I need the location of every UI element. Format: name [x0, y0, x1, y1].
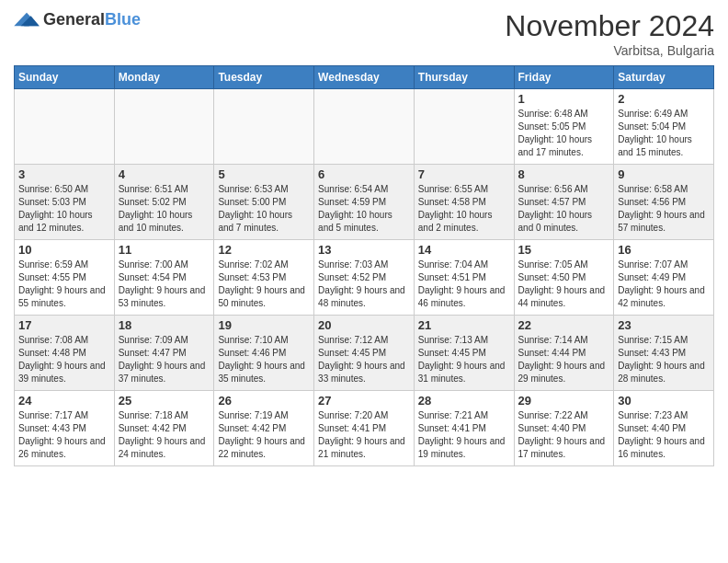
location: Varbitsa, Bulgaria — [505, 43, 714, 58]
day-info: Sunrise: 7:07 AMSunset: 4:49 PMDaylight:… — [618, 259, 710, 310]
day-number: 19 — [218, 318, 310, 332]
logo-icon — [14, 9, 40, 29]
calendar-day-cell: 21Sunrise: 7:13 AMSunset: 4:45 PMDayligh… — [414, 316, 514, 391]
header-thursday: Thursday — [414, 66, 514, 89]
day-number: 28 — [418, 394, 510, 408]
calendar-day-cell — [214, 89, 314, 165]
calendar-day-cell: 22Sunrise: 7:14 AMSunset: 4:44 PMDayligh… — [514, 316, 614, 391]
day-info: Sunrise: 6:49 AMSunset: 5:04 PMDaylight:… — [618, 108, 710, 159]
day-number: 6 — [318, 167, 410, 181]
calendar-day-cell: 28Sunrise: 7:21 AMSunset: 4:41 PMDayligh… — [414, 391, 514, 466]
day-number: 1 — [518, 92, 610, 106]
day-number: 26 — [218, 394, 310, 408]
calendar-day-cell: 13Sunrise: 7:03 AMSunset: 4:52 PMDayligh… — [314, 240, 415, 316]
calendar-day-cell: 16Sunrise: 7:07 AMSunset: 4:49 PMDayligh… — [614, 240, 714, 316]
day-number: 18 — [119, 318, 210, 332]
day-info: Sunrise: 7:08 AMSunset: 4:48 PMDaylight:… — [18, 334, 110, 385]
day-info: Sunrise: 7:00 AMSunset: 4:54 PMDaylight:… — [119, 259, 210, 310]
calendar-day-cell: 29Sunrise: 7:22 AMSunset: 4:40 PMDayligh… — [514, 391, 614, 466]
calendar-day-cell: 19Sunrise: 7:10 AMSunset: 4:46 PMDayligh… — [214, 316, 314, 391]
calendar-day-cell: 18Sunrise: 7:09 AMSunset: 4:47 PMDayligh… — [114, 316, 214, 391]
calendar-day-cell: 15Sunrise: 7:05 AMSunset: 4:50 PMDayligh… — [514, 240, 614, 316]
calendar-day-cell: 20Sunrise: 7:12 AMSunset: 4:45 PMDayligh… — [314, 316, 415, 391]
day-number: 21 — [418, 318, 510, 332]
day-number: 20 — [318, 318, 410, 332]
calendar-week-row: 1Sunrise: 6:48 AMSunset: 5:05 PMDaylight… — [15, 89, 714, 165]
header-tuesday: Tuesday — [214, 66, 314, 89]
day-info: Sunrise: 6:53 AMSunset: 5:00 PMDaylight:… — [218, 183, 310, 235]
day-info: Sunrise: 7:04 AMSunset: 4:51 PMDaylight:… — [418, 259, 510, 310]
calendar-day-cell: 10Sunrise: 6:59 AMSunset: 4:55 PMDayligh… — [15, 240, 115, 316]
calendar-day-cell — [15, 89, 115, 165]
day-info: Sunrise: 7:21 AMSunset: 4:41 PMDaylight:… — [418, 409, 510, 461]
day-info: Sunrise: 6:51 AMSunset: 5:02 PMDaylight:… — [119, 183, 210, 235]
day-number: 4 — [119, 167, 210, 181]
calendar-week-row: 10Sunrise: 6:59 AMSunset: 4:55 PMDayligh… — [15, 240, 714, 316]
day-number: 12 — [218, 243, 310, 257]
day-number: 9 — [618, 167, 710, 181]
calendar-day-cell: 4Sunrise: 6:51 AMSunset: 5:02 PMDaylight… — [114, 165, 214, 240]
day-number: 27 — [318, 394, 410, 408]
day-info: Sunrise: 7:10 AMSunset: 4:46 PMDaylight:… — [218, 334, 310, 385]
day-number: 8 — [518, 167, 610, 181]
calendar-day-cell: 1Sunrise: 6:48 AMSunset: 5:05 PMDaylight… — [514, 89, 614, 165]
day-number: 13 — [318, 243, 410, 257]
header-saturday: Saturday — [614, 66, 714, 89]
day-info: Sunrise: 6:54 AMSunset: 4:59 PMDaylight:… — [318, 183, 410, 235]
calendar-day-cell: 12Sunrise: 7:02 AMSunset: 4:53 PMDayligh… — [214, 240, 314, 316]
day-info: Sunrise: 7:22 AMSunset: 4:40 PMDaylight:… — [518, 409, 610, 461]
calendar-day-cell: 11Sunrise: 7:00 AMSunset: 4:54 PMDayligh… — [114, 240, 214, 316]
day-info: Sunrise: 6:48 AMSunset: 5:05 PMDaylight:… — [518, 108, 610, 159]
calendar-table: Sunday Monday Tuesday Wednesday Thursday… — [14, 65, 714, 466]
calendar-day-cell: 14Sunrise: 7:04 AMSunset: 4:51 PMDayligh… — [414, 240, 514, 316]
header-friday: Friday — [514, 66, 614, 89]
day-number: 10 — [18, 243, 110, 257]
page-container: GeneralBlue November 2024 Varbitsa, Bulg… — [0, 0, 728, 476]
calendar-day-cell — [314, 89, 415, 165]
title-block: November 2024 Varbitsa, Bulgaria — [505, 9, 714, 58]
day-info: Sunrise: 7:14 AMSunset: 4:44 PMDaylight:… — [518, 334, 610, 385]
calendar-day-cell: 5Sunrise: 6:53 AMSunset: 5:00 PMDaylight… — [214, 165, 314, 240]
day-number: 22 — [518, 318, 610, 332]
calendar-day-cell: 26Sunrise: 7:19 AMSunset: 4:42 PMDayligh… — [214, 391, 314, 466]
day-info: Sunrise: 7:09 AMSunset: 4:47 PMDaylight:… — [119, 334, 210, 385]
calendar-day-cell: 30Sunrise: 7:23 AMSunset: 4:40 PMDayligh… — [614, 391, 714, 466]
day-info: Sunrise: 7:18 AMSunset: 4:42 PMDaylight:… — [119, 409, 210, 461]
calendar-day-cell: 17Sunrise: 7:08 AMSunset: 4:48 PMDayligh… — [15, 316, 115, 391]
day-info: Sunrise: 7:03 AMSunset: 4:52 PMDaylight:… — [318, 259, 410, 310]
day-info: Sunrise: 7:17 AMSunset: 4:43 PMDaylight:… — [18, 409, 110, 461]
calendar-day-cell: 8Sunrise: 6:56 AMSunset: 4:57 PMDaylight… — [514, 165, 614, 240]
svg-rect-2 — [24, 23, 29, 27]
day-info: Sunrise: 7:15 AMSunset: 4:43 PMDaylight:… — [618, 334, 710, 385]
logo-blue: Blue — [105, 10, 141, 29]
header-sunday: Sunday — [15, 66, 115, 89]
day-number: 30 — [618, 394, 710, 408]
calendar-day-cell: 6Sunrise: 6:54 AMSunset: 4:59 PMDaylight… — [314, 165, 415, 240]
logo: GeneralBlue — [14, 9, 141, 29]
day-number: 11 — [119, 243, 210, 257]
calendar-day-cell — [414, 89, 514, 165]
day-number: 7 — [418, 167, 510, 181]
day-number: 15 — [518, 243, 610, 257]
day-info: Sunrise: 7:13 AMSunset: 4:45 PMDaylight:… — [418, 334, 510, 385]
day-info: Sunrise: 6:58 AMSunset: 4:56 PMDaylight:… — [618, 183, 710, 235]
calendar-day-cell: 24Sunrise: 7:17 AMSunset: 4:43 PMDayligh… — [15, 391, 115, 466]
weekday-header-row: Sunday Monday Tuesday Wednesday Thursday… — [15, 66, 714, 89]
day-info: Sunrise: 6:50 AMSunset: 5:03 PMDaylight:… — [18, 183, 110, 235]
day-info: Sunrise: 6:59 AMSunset: 4:55 PMDaylight:… — [18, 259, 110, 310]
calendar-day-cell: 9Sunrise: 6:58 AMSunset: 4:56 PMDaylight… — [614, 165, 714, 240]
day-number: 3 — [18, 167, 110, 181]
calendar-day-cell: 25Sunrise: 7:18 AMSunset: 4:42 PMDayligh… — [114, 391, 214, 466]
day-info: Sunrise: 7:23 AMSunset: 4:40 PMDaylight:… — [618, 409, 710, 461]
day-info: Sunrise: 7:02 AMSunset: 4:53 PMDaylight:… — [218, 259, 310, 310]
calendar-week-row: 3Sunrise: 6:50 AMSunset: 5:03 PMDaylight… — [15, 165, 714, 240]
day-number: 5 — [218, 167, 310, 181]
day-info: Sunrise: 7:05 AMSunset: 4:50 PMDaylight:… — [518, 259, 610, 310]
logo-general: General — [43, 10, 105, 29]
calendar-day-cell: 3Sunrise: 6:50 AMSunset: 5:03 PMDaylight… — [15, 165, 115, 240]
day-info: Sunrise: 7:12 AMSunset: 4:45 PMDaylight:… — [318, 334, 410, 385]
calendar-day-cell: 2Sunrise: 6:49 AMSunset: 5:04 PMDaylight… — [614, 89, 714, 165]
calendar-day-cell: 23Sunrise: 7:15 AMSunset: 4:43 PMDayligh… — [614, 316, 714, 391]
day-number: 29 — [518, 394, 610, 408]
calendar-day-cell: 7Sunrise: 6:55 AMSunset: 4:58 PMDaylight… — [414, 165, 514, 240]
